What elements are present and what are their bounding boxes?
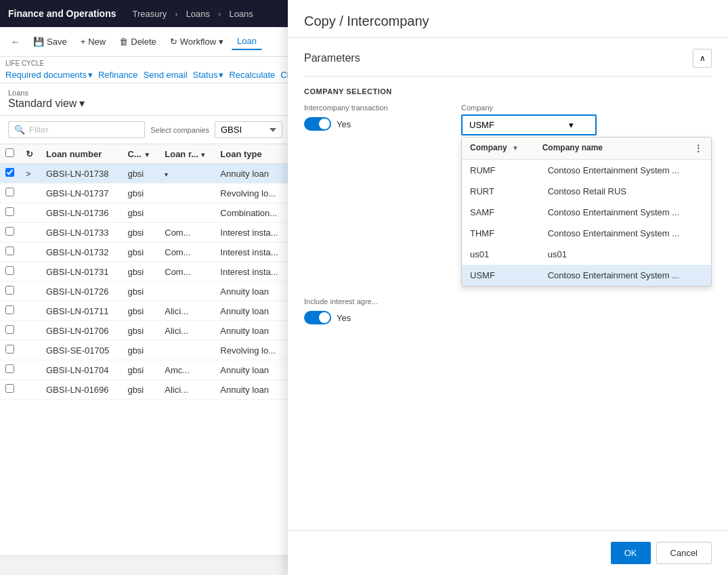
table-row[interactable]: GBSI-LN-01737 gbsi Revolving lo... [0, 184, 291, 203]
loan-type-cell: Combination... [215, 203, 291, 223]
lifecycle-section: Life cycle Required documents ▾ Refinanc… [5, 60, 309, 80]
loan-number-cell[interactable]: GBSI-LN-01711 [41, 301, 122, 321]
filter-input-wrapper[interactable]: 🔍 Filter [8, 121, 145, 138]
loan-button[interactable]: Loan [232, 33, 262, 50]
table-row[interactable]: GBSI-SE-01705 gbsi Revolving lo... [0, 341, 291, 360]
dropdown-company-row[interactable]: THMF Contoso Entertainment System ... [462, 223, 711, 244]
dropdown-company-row[interactable]: RUMF Contoso Entertainment System ... [462, 160, 711, 181]
row-checkbox[interactable] [5, 227, 14, 236]
loans-table: ↻ Loan number C... ▼ Loan r... ▾ Loan ty… [0, 144, 291, 400]
breadcrumb-loans1[interactable]: Loans [186, 9, 210, 19]
row-checkbox[interactable] [5, 345, 14, 354]
left-panel: Loans Standard view ▾ 🔍 Filter Select co… [0, 83, 291, 561]
loan-number-cell[interactable]: GBSI-LN-01738 [41, 164, 122, 184]
dropdown-company-row[interactable]: SAMF Contoso Entertainment System ... [462, 202, 711, 223]
loan-number-cell[interactable]: GBSI-LN-01733 [41, 223, 122, 242]
table-row[interactable]: GBSI-LN-01726 gbsi Annuity loan [0, 282, 291, 301]
row-checkbox[interactable] [5, 188, 14, 196]
row-checkbox[interactable] [5, 247, 14, 255]
loan-number-cell[interactable]: GBSI-SE-01705 [41, 341, 122, 360]
send-email-link[interactable]: Send email [144, 70, 188, 80]
table-row[interactable]: GBSI-LN-01706 gbsi Alici... Annuity loan [0, 321, 291, 341]
refinance-link[interactable]: Refinance [98, 70, 138, 80]
table-row[interactable]: GBSI-LN-01733 gbsi Com... Interest insta… [0, 223, 291, 242]
loan-ref-cell: Alici... [159, 380, 215, 400]
loan-type-cell: Annuity loan [215, 321, 291, 341]
company-dropdown-chevron: ▾ [569, 120, 574, 130]
loan-type-cell: Interest insta... [215, 223, 291, 242]
loan-number-cell[interactable]: GBSI-LN-01736 [41, 203, 122, 223]
include-interest-label: Include interest agre... [304, 297, 712, 305]
row-indicator: > [20, 164, 41, 184]
dropdown-company-row[interactable]: USMF Contoso Entertainment System ... [462, 265, 711, 286]
row-checkbox[interactable] [5, 364, 14, 373]
delete-icon: 🗑 [119, 37, 128, 47]
company-dropdown-button[interactable]: USMF ▾ [461, 114, 597, 135]
loan-type-cell: Annuity loan [215, 380, 291, 400]
loan-number-cell[interactable]: GBSI-LN-01696 [41, 380, 122, 400]
workflow-button[interactable]: ↻ Workflow ▾ [165, 34, 229, 49]
status-link[interactable]: Status ▾ [193, 70, 224, 80]
breadcrumb-loans2[interactable]: Loans [229, 9, 253, 19]
row-checkbox[interactable] [5, 266, 14, 275]
company-filter-icon[interactable]: ▼ [512, 144, 519, 152]
table-row[interactable]: GBSI-LN-01711 gbsi Alici... Annuity loan [0, 301, 291, 321]
table-row[interactable]: GBSI-LN-01731 gbsi Com... Interest insta… [0, 262, 291, 282]
row-indicator [20, 301, 41, 321]
new-icon: + [81, 37, 86, 47]
breadcrumb-treasury[interactable]: Treasury [132, 9, 167, 19]
include-interest-toggle[interactable] [304, 311, 331, 324]
cancel-button[interactable]: Cancel [656, 542, 712, 564]
dropdown-company-row[interactable]: RURT Contoso Retail RUS [462, 181, 711, 202]
row-checkbox[interactable] [5, 384, 14, 393]
col-company[interactable]: C... ▼ [122, 144, 159, 164]
col-loan-ref[interactable]: Loan r... ▾ [159, 144, 215, 164]
refresh-col-header: ↻ [20, 144, 41, 164]
ok-button[interactable]: OK [611, 542, 651, 564]
table-row[interactable]: GBSI-LN-01704 gbsi Amc... Annuity loan [0, 360, 291, 380]
dropdown-more-icon[interactable]: ⋮ [687, 143, 703, 154]
company-cell: gbsi [122, 164, 159, 184]
dropdown-list-body: RUMF Contoso Entertainment System ... RU… [462, 160, 711, 286]
row-checkbox[interactable] [5, 207, 14, 216]
col-loan-type: Loan type [215, 144, 291, 164]
select-all-checkbox[interactable] [0, 144, 20, 164]
row-checkbox[interactable] [5, 305, 14, 314]
table-row[interactable]: GBSI-LN-01732 gbsi Com... Interest insta… [0, 242, 291, 262]
row-checkbox[interactable] [5, 325, 14, 334]
row-checkbox[interactable] [5, 286, 14, 295]
back-button[interactable]: ← [5, 34, 25, 49]
table-row[interactable]: GBSI-LN-01696 gbsi Alici... Annuity loan [0, 380, 291, 400]
collapse-button[interactable]: ∧ [693, 49, 712, 68]
loan-ref-cell: Com... [159, 223, 215, 242]
loan-type-cell: Interest insta... [215, 262, 291, 282]
row-indicator [20, 242, 41, 262]
new-button[interactable]: + New [75, 34, 112, 49]
intercompany-field: Intercompany transaction Yes [304, 104, 450, 131]
dropdown-company-row[interactable]: us01 us01 [462, 244, 711, 265]
loan-number-cell[interactable]: GBSI-LN-01726 [41, 282, 122, 301]
intercompany-toggle[interactable] [304, 117, 331, 131]
back-icon: ← [11, 37, 20, 47]
loan-number-cell[interactable]: GBSI-LN-01732 [41, 242, 122, 262]
table-row[interactable]: GBSI-LN-01736 gbsi Combination... [0, 203, 291, 223]
table-row[interactable]: > GBSI-LN-01738 gbsi ▾ Annuity loan [0, 164, 291, 184]
delete-button[interactable]: 🗑 Delete [114, 34, 162, 49]
company-select[interactable]: GBSI [215, 121, 282, 138]
recalculate-link[interactable]: Recalculate [229, 70, 275, 80]
loan-ref-cell: Amc... [159, 360, 215, 380]
loan-type-cell: Revolving lo... [215, 184, 291, 203]
loan-number-cell[interactable]: GBSI-LN-01704 [41, 360, 122, 380]
loan-number-cell[interactable]: GBSI-LN-01706 [41, 321, 122, 341]
loan-number-cell[interactable]: GBSI-LN-01737 [41, 184, 122, 203]
horizontal-scrollbar[interactable] [0, 555, 291, 561]
loan-number-cell[interactable]: GBSI-LN-01731 [41, 262, 122, 282]
row-indicator [20, 184, 41, 203]
row-checkbox[interactable] [5, 168, 14, 177]
company-cell: gbsi [122, 203, 159, 223]
filter-placeholder: Filter [29, 125, 49, 135]
dialog-footer: OK Cancel [288, 530, 728, 575]
view-name-button[interactable]: Standard view ▾ [8, 97, 282, 110]
save-button[interactable]: 💾 Save [28, 34, 72, 49]
required-docs-link[interactable]: Required documents ▾ [5, 70, 93, 80]
